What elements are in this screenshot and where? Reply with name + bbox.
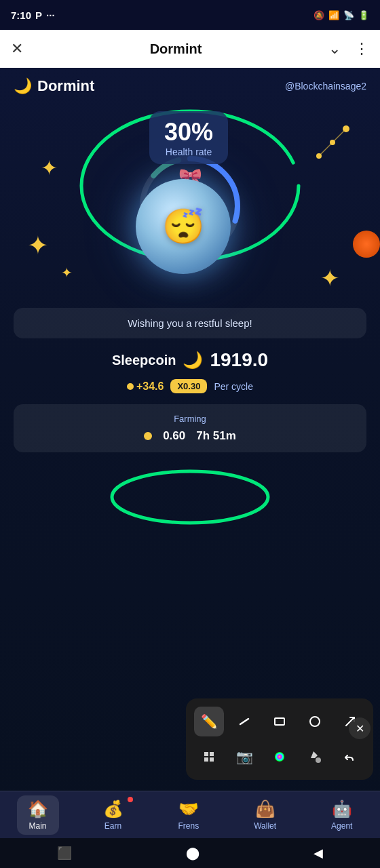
svg-rect-18 bbox=[204, 757, 208, 762]
info-section: Wishing you a restful sleep! Sleepcoin 🌙… bbox=[0, 308, 380, 545]
page-title: Dormint bbox=[150, 41, 202, 57]
pen-tool[interactable]: ✏️ bbox=[194, 707, 224, 736]
svg-point-14 bbox=[310, 717, 320, 726]
health-card: 30% Health rate bbox=[149, 111, 228, 164]
bottom-nav: 🏠 Main 💰 Earn 🤝 Frens 👜 Wallet 🤖 Agent bbox=[0, 791, 380, 838]
rectangle-tool[interactable] bbox=[265, 707, 294, 736]
sleep-message: Wishing you a restful sleep! bbox=[14, 308, 366, 338]
nav-wallet[interactable]: 👜 Wallet bbox=[243, 795, 287, 835]
brand-header: 🌙 Dormint @Blockchainsage2 bbox=[0, 68, 380, 98]
svg-rect-16 bbox=[204, 752, 208, 756]
nav-earn[interactable]: 💰 Earn bbox=[92, 795, 134, 835]
farming-time: 7h 51m bbox=[196, 429, 236, 443]
more-menu-icon[interactable]: ⋮ bbox=[354, 40, 369, 58]
health-percent: 30% bbox=[164, 118, 213, 146]
svg-rect-13 bbox=[275, 718, 284, 725]
svg-point-21 bbox=[316, 757, 321, 763]
close-toolbar-button[interactable]: ✕ bbox=[349, 717, 370, 739]
home-icon: 🏠 bbox=[28, 800, 48, 818]
fill-tool[interactable] bbox=[300, 742, 330, 772]
camera-tool[interactable]: 📷 bbox=[229, 742, 259, 772]
agent-icon: 🤖 bbox=[332, 800, 352, 818]
status-carrier: P bbox=[35, 9, 42, 21]
moon-face-circle: 😴 bbox=[136, 179, 231, 274]
select-tool[interactable] bbox=[194, 742, 224, 772]
per-cycle: Per cycle bbox=[214, 381, 253, 392]
orange-indicator bbox=[353, 231, 380, 258]
farming-amount: 0.60 bbox=[163, 429, 185, 443]
sleepcoin-row: Sleepcoin 🌙 1919.0 bbox=[14, 349, 366, 371]
nav-agent[interactable]: 🤖 Agent bbox=[320, 795, 363, 835]
drawing-toolbar: ✏️ 📷 bbox=[186, 698, 373, 780]
svg-rect-17 bbox=[210, 752, 214, 756]
nav-wallet-label: Wallet bbox=[254, 821, 276, 831]
status-dots: ··· bbox=[46, 9, 55, 21]
android-back[interactable]: ◀ bbox=[314, 846, 323, 861]
svg-point-11 bbox=[112, 471, 268, 523]
farming-card: Farming 0.60 7h 51m bbox=[14, 404, 366, 452]
character-area: 30% Health rate 🌙 🎀 😴 bbox=[0, 104, 380, 308]
farming-row: 0.60 7h 51m bbox=[27, 429, 353, 443]
svg-point-20 bbox=[275, 752, 284, 762]
wallet-icon: 👜 bbox=[255, 800, 276, 818]
mute-icon: 🔕 bbox=[314, 10, 324, 20]
moon-character: 🎀 😴 bbox=[136, 179, 244, 288]
moon-icon: 🌙 bbox=[14, 77, 32, 95]
frens-icon: 🤝 bbox=[178, 800, 199, 818]
status-bar: 7:10 P ··· 🔕 📶 📡 🔋 bbox=[0, 0, 380, 30]
nav-main[interactable]: 🏠 Main bbox=[17, 795, 59, 835]
nav-frens-label: Frens bbox=[178, 821, 200, 831]
eraser-tool[interactable] bbox=[229, 707, 259, 736]
signal-icon: 📶 bbox=[328, 10, 339, 20]
sleepcoin-amount: 1919.0 bbox=[210, 349, 268, 371]
brand-name: 🌙 Dormint bbox=[14, 77, 94, 95]
brand-handle: @Blockchainsage2 bbox=[285, 81, 366, 92]
close-button[interactable]: ✕ bbox=[11, 40, 23, 58]
status-time: 7:10 bbox=[11, 9, 31, 21]
color-tool[interactable] bbox=[265, 742, 294, 772]
svg-line-12 bbox=[240, 719, 248, 724]
android-stop[interactable]: ⬛ bbox=[57, 846, 72, 861]
svg-rect-19 bbox=[210, 757, 214, 762]
battery-icon: 🔋 bbox=[358, 10, 369, 20]
status-icons: 🔕 📶 📡 🔋 bbox=[314, 10, 369, 20]
health-label: Health rate bbox=[164, 146, 213, 157]
earn-notification-dot bbox=[128, 797, 133, 802]
top-nav: ✕ Dormint ⌄ ⋮ bbox=[0, 30, 380, 68]
reward-row: +34.6 X0.30 Per cycle bbox=[14, 379, 366, 393]
undo-tool[interactable] bbox=[335, 742, 365, 772]
android-nav: ⬛ ⬤ ◀ bbox=[0, 838, 380, 868]
green-annotation-bottom bbox=[27, 463, 353, 545]
circle-tool[interactable] bbox=[300, 707, 330, 736]
farming-title: Farming bbox=[27, 414, 353, 424]
nav-frens[interactable]: 🤝 Frens bbox=[168, 795, 210, 835]
android-home[interactable]: ⬤ bbox=[186, 846, 200, 861]
farming-dot bbox=[144, 432, 152, 440]
multiplier-badge: X0.30 bbox=[170, 379, 207, 393]
nav-earn-label: Earn bbox=[104, 821, 121, 831]
moon-face: 😴 bbox=[162, 207, 204, 246]
earn-icon: 💰 bbox=[103, 800, 124, 818]
green-circle-bottom-svg bbox=[102, 463, 278, 531]
sleepcoin-label: Sleepcoin bbox=[112, 353, 176, 368]
sleepcoin-icon: 🌙 bbox=[183, 351, 203, 370]
nav-icons: ⌄ ⋮ bbox=[328, 40, 369, 58]
nav-agent-label: Agent bbox=[331, 821, 352, 831]
chevron-down-icon[interactable]: ⌄ bbox=[328, 40, 341, 58]
reward-amount: +34.6 bbox=[127, 380, 164, 393]
wifi-icon: 📡 bbox=[343, 10, 354, 20]
nav-main-label: Main bbox=[28, 821, 46, 831]
